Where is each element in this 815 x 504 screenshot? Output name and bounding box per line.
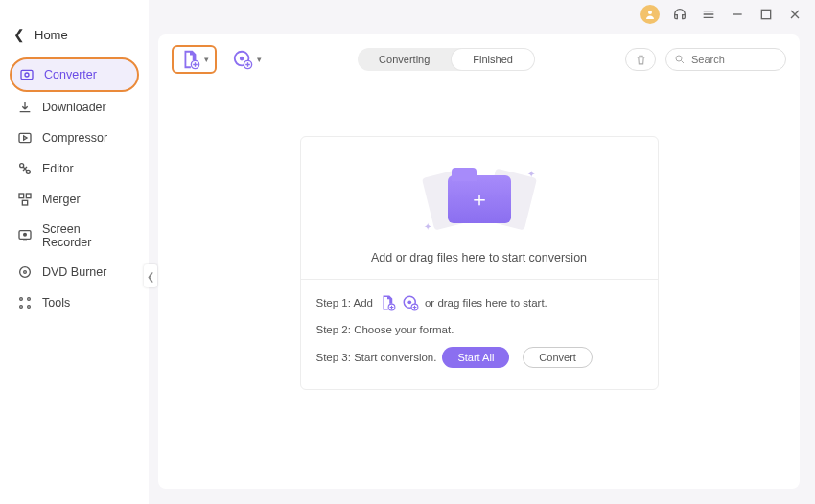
close-icon[interactable]	[786, 6, 803, 23]
download-icon	[17, 100, 33, 115]
sidebar-item-label: Tools	[42, 296, 70, 309]
folder-illustration: ✦ ✦ ＋	[422, 161, 537, 238]
step-1-prefix: Step 1: Add	[316, 297, 373, 309]
svg-rect-18	[761, 10, 770, 18]
search-input[interactable]	[691, 54, 778, 65]
converter-icon	[19, 67, 35, 82]
home-label: Home	[35, 28, 68, 42]
support-icon[interactable]	[671, 6, 688, 23]
chevron-down-icon: ▾	[257, 55, 262, 64]
tab-converting[interactable]: Converting	[358, 48, 451, 71]
svg-rect-6	[19, 194, 24, 198]
sidebar-item-compressor[interactable]: Compressor	[10, 123, 139, 153]
svg-rect-0	[21, 70, 33, 79]
svg-point-12	[24, 271, 27, 274]
drop-upper[interactable]: ✦ ✦ ＋ Add or drag files here to start co…	[301, 137, 658, 279]
step-1-suffix: or drag files here to start.	[425, 297, 547, 309]
avatar[interactable]	[640, 5, 660, 24]
minimize-icon[interactable]	[729, 6, 746, 23]
svg-point-17	[648, 11, 652, 14]
convert-button[interactable]: Convert	[523, 347, 593, 368]
screen-recorder-icon	[17, 228, 33, 243]
sidebar-item-converter[interactable]: Converter	[10, 57, 139, 92]
step-3: Step 3: Start conversion. Start All Conv…	[316, 347, 642, 368]
svg-rect-2	[19, 133, 31, 142]
sidebar-item-label: DVD Burner	[42, 265, 106, 279]
add-dvd-icon	[232, 49, 253, 70]
steps-area: Step 1: Add or drag files here	[301, 279, 658, 389]
nav-list: Converter Downloader Compressor Editor M…	[0, 57, 149, 318]
sidebar-item-label: Converter	[44, 68, 97, 81]
sidebar-item-label: Merger	[42, 193, 81, 206]
trash-icon	[635, 54, 647, 66]
sidebar-item-label: Screen Recorder	[42, 222, 131, 249]
collapse-sidebar-handle[interactable]: ❮	[144, 264, 157, 287]
compressor-icon	[17, 130, 33, 146]
svg-point-26	[408, 300, 411, 304]
sidebar-item-merger[interactable]: Merger	[10, 184, 139, 215]
chevron-down-icon: ▾	[204, 55, 209, 64]
editor-icon	[17, 161, 33, 176]
sidebar-item-screen-recorder[interactable]: Screen Recorder	[10, 215, 139, 257]
sidebar-item-dvd-burner[interactable]: DVD Burner	[10, 257, 139, 287]
sidebar-item-editor[interactable]: Editor	[10, 153, 139, 184]
svg-point-21	[240, 57, 244, 61]
drop-main-text: Add or drag files here to start conversi…	[371, 251, 587, 264]
titlebar	[149, 0, 815, 29]
svg-point-15	[20, 306, 23, 309]
drop-card: ✦ ✦ ＋ Add or drag files here to start co…	[300, 136, 659, 390]
dvd-icon	[17, 264, 33, 280]
plus-icon: ＋	[469, 185, 490, 214]
add-file-button[interactable]: ▾	[172, 45, 217, 74]
home-row[interactable]: ❮ Home	[0, 27, 149, 57]
svg-point-13	[20, 298, 23, 301]
add-file-icon[interactable]	[379, 294, 396, 311]
content-panel: ▾ ▾ Converting Finished	[158, 34, 800, 489]
back-icon[interactable]: ❮	[13, 27, 25, 42]
step-1: Step 1: Add or drag files here	[316, 293, 642, 312]
tab-finished[interactable]: Finished	[452, 49, 534, 70]
trash-button[interactable]	[625, 48, 656, 71]
drop-zone-area: ✦ ✦ ＋ Add or drag files here to start co…	[158, 77, 800, 489]
sidebar-item-label: Editor	[42, 162, 74, 175]
sidebar-item-label: Downloader	[42, 101, 106, 114]
svg-point-1	[25, 73, 29, 77]
toolbar: ▾ ▾ Converting Finished	[158, 34, 800, 77]
svg-marker-3	[24, 136, 27, 140]
svg-point-14	[28, 298, 31, 301]
add-dvd-icon[interactable]	[402, 294, 419, 311]
tools-icon	[17, 295, 33, 310]
add-dvd-button[interactable]: ▾	[226, 45, 268, 74]
status-segmented: Converting Finished	[358, 48, 535, 71]
sidebar-item-downloader[interactable]: Downloader	[10, 92, 139, 123]
search-wrap[interactable]	[665, 48, 786, 71]
svg-point-11	[20, 267, 31, 278]
search-icon	[674, 54, 686, 65]
svg-point-23	[676, 56, 682, 61]
main-area: ▾ ▾ Converting Finished	[149, 0, 815, 504]
menu-icon[interactable]	[700, 6, 717, 23]
maximize-icon[interactable]	[757, 6, 775, 23]
step-2: Step 2: Choose your format.	[316, 320, 642, 339]
svg-point-10	[24, 233, 27, 236]
merger-icon	[17, 192, 33, 207]
add-file-icon	[179, 49, 200, 70]
start-all-button[interactable]: Start All	[442, 347, 509, 368]
sidebar-item-tools[interactable]: Tools	[10, 287, 139, 318]
svg-rect-7	[26, 194, 31, 198]
sidebar-item-label: Compressor	[42, 131, 107, 145]
svg-rect-8	[22, 200, 27, 205]
sidebar: ❮ Home Converter Downloader Compressor	[0, 0, 149, 504]
svg-point-16	[28, 306, 31, 309]
